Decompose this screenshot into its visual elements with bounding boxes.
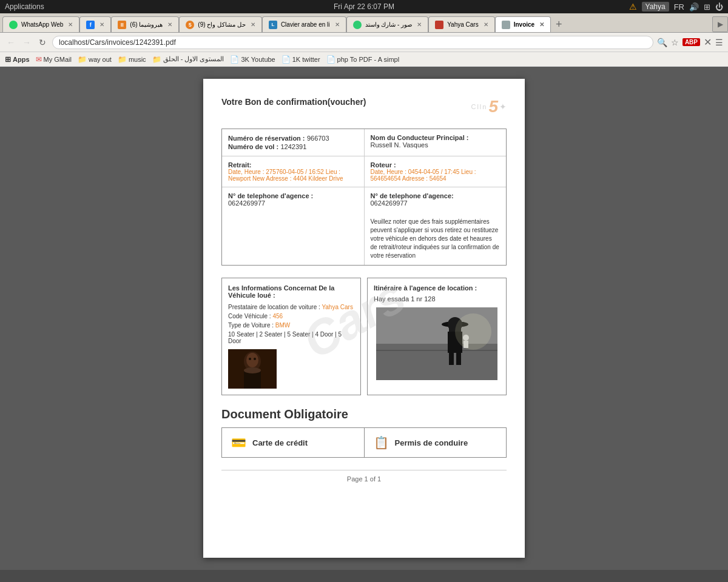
tab-sol[interactable]: 5 حل مشاكل واح (9) ✕ [179,16,262,32]
bookmark-wayout-label: way out [89,56,112,63]
car-thumbnail [228,349,277,389]
tab-invoice-label: Invoice [514,21,534,28]
roteur-label: Roteur : [371,161,500,169]
tel-label2: N° de telephone d'agence: [371,192,500,199]
tab-clavier-close[interactable]: ✕ [335,21,340,28]
bookmark-php-label: php To PDF - A simpl [337,56,400,63]
url-icons: 🔍 ☆ ABP ✕ ☰ [657,36,723,48]
tab-yahya[interactable]: Yahya Cars ✕ [428,16,495,32]
extend-tabs-button[interactable]: ▶ [712,16,728,32]
share-favicon [353,21,362,29]
doc-ob-carte: 💳 Carte de crédit [222,428,365,457]
tab-hiero[interactable]: II هيروشيما (6) ✕ [111,16,179,32]
svg-rect-8 [376,344,497,380]
doc-ob-title: Document Obligatoire [221,407,507,421]
back-button[interactable]: ← [5,36,17,48]
tab-yahya-close[interactable]: ✕ [484,21,488,28]
itinerary-label: Itinéraire à l'agence de location : [374,284,500,292]
info-row-1: Numéro de réservation : 966703 Numéro de… [222,129,506,156]
retrait-label: Retrait: [228,161,358,169]
bookmarks-bar: ⊞ Apps ✉ My GMail 📁 way out 📁 music 📁 ال… [0,52,728,67]
tab-invoice-close[interactable]: ✕ [539,21,544,28]
svg-point-5 [249,358,251,360]
tab-clavier[interactable]: L Clavier arabe en li ✕ [262,16,346,32]
adblock-icon[interactable]: ABP [682,38,700,46]
map-svg [374,307,500,380]
bookmark-apps[interactable]: ⊞ Apps [5,55,30,64]
clavier-favicon: L [269,21,277,29]
network-icon: ⊞ [704,2,710,12]
search-icon[interactable]: 🔍 [657,38,667,47]
bookmark-music[interactable]: 📁 music [118,55,146,64]
new-tab-button[interactable]: + [551,16,567,32]
tab-whatsapp[interactable]: WhatsApp Web ✕ [2,16,79,32]
invoice-favicon [502,21,510,29]
level-icon: 📁 [152,55,161,64]
agency-map [374,307,500,380]
tab-fb[interactable]: f ✕ [79,16,111,32]
retrait-adresse: Newport New Adresse : 4404 Kildeer Drive [228,175,358,182]
forward-button[interactable]: → [21,36,33,48]
bookmark-php[interactable]: 📄 php To PDF - A simpl [326,55,400,64]
bookmark-gmail-label: My GMail [44,56,72,63]
tab-yahya-label: Yahya Cars [447,21,479,28]
main-content: Cars Votre Bon de confirmation(voucher) … [0,67,728,570]
svg-rect-14 [449,353,454,365]
pdf-document: Cars Votre Bon de confirmation(voucher) … [203,79,525,558]
roteur-adresse: 564654654 Adresse : 54654 [371,175,500,182]
tab-invoice[interactable]: Invoice ✕ [495,16,551,32]
bookmark-apps-label: Apps [13,56,30,63]
whatsapp-favicon [9,21,18,29]
wayout-icon: 📁 [78,55,87,64]
warning-icon: ⚠ [629,2,637,12]
bookmark-music-label: music [129,56,146,63]
tab-share-close[interactable]: ✕ [417,21,422,28]
svg-rect-9 [376,350,497,351]
car-portrait-svg [228,349,277,389]
php-icon: 📄 [326,55,335,64]
volume-icon: 🔊 [689,2,699,12]
reservation-cell: Numéro de réservation : 966703 Numéro de… [222,129,365,156]
tab-hiero-label: هيروشيما (6) [130,21,163,28]
bookmark-gmail[interactable]: ✉ My GMail [36,55,72,64]
bookmark-level[interactable]: 📁 المستوى الاول - الحلق [152,55,224,64]
type-line: Type de Voiture : BMW [228,322,354,329]
menu-icon[interactable]: ☰ [715,38,723,47]
bookmark-star-icon[interactable]: ☆ [671,38,679,47]
reservation-label: Numéro de réservation : [228,135,305,142]
tabs-bar: WhatsApp Web ✕ f ✕ II هيروشيما (6) ✕ 5 ح… [0,13,728,33]
titlebar-left: Applications [5,2,44,11]
conducteur-cell: Nom du Conducteur Principal : Russell N.… [365,129,507,156]
bookmark-3k-label: 3K Youtube [241,56,275,63]
1k-icon: 📄 [281,55,291,64]
footer-text: Page 1 of 1 [347,475,381,483]
yahya-favicon [435,21,443,29]
bookmark-3k[interactable]: 📄 3K Youtube [230,55,275,64]
fb-favicon: f [86,21,95,29]
vol-number: 1242391 [280,143,306,150]
tab-whatsapp-label: WhatsApp Web [21,21,63,28]
titlebar-datetime: Fri Apr 22 6:07 PM [334,2,394,11]
gmail-icon: ✉ [36,55,42,64]
bookmark-wayout[interactable]: 📁 way out [78,55,112,64]
tab-hiero-close[interactable]: ✕ [167,21,172,28]
url-input[interactable] [52,36,653,49]
tab-whatsapp-close[interactable]: ✕ [68,21,73,28]
titlebar-user: Yahya [642,2,669,12]
seats-text: 10 Seater | 2 Seater | 5 Seater | 4 Door… [228,331,354,344]
tab-fb-close[interactable]: ✕ [99,21,104,28]
3k-icon: 📄 [230,55,239,64]
tab-share[interactable]: صور - شارك واستد ✕ [346,16,429,32]
lang-icon: FR [674,2,684,12]
permis-icon: 📋 [374,435,389,450]
refresh-button[interactable]: ↻ [36,36,49,48]
bookmark-1k[interactable]: 📄 1K twitter [281,55,320,64]
titlebar-right: ⚠ Yahya FR 🔊 ⊞ ⏻ [629,2,723,12]
tab-sol-close[interactable]: ✕ [251,21,255,28]
svg-point-6 [254,358,256,360]
hiero-favicon: II [118,21,126,29]
bookmark-1k-label: 1K twitter [292,56,320,63]
apps-icon: ⊞ [5,55,11,64]
close-icon[interactable]: ✕ [704,36,712,48]
app-name: Applications [5,2,44,11]
